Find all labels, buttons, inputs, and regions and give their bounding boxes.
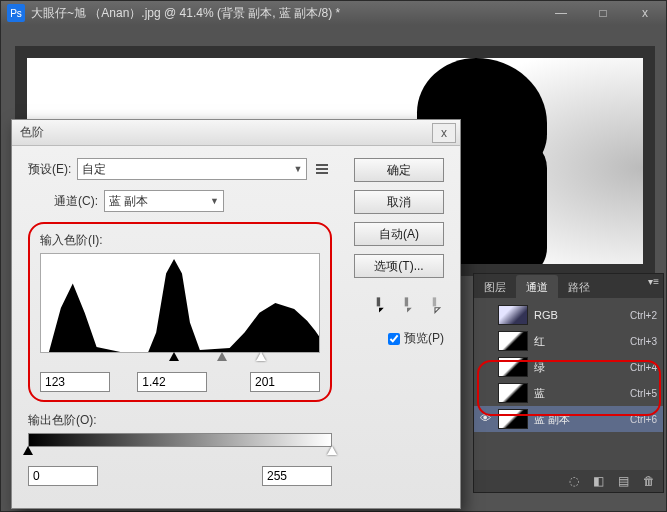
input-sliders[interactable] [40,352,320,366]
tab-channels[interactable]: 通道 [516,275,558,298]
levels-titlebar[interactable]: 色阶 x [12,120,460,146]
channels-panel: 图层 通道 路径 ▾≡ RGBCtrl+2红Ctrl+3绿Ctrl+4蓝Ctrl… [473,273,664,493]
app-titlebar[interactable]: Ps 大眼仔~旭 （Anan）.jpg @ 41.4% (背景 副本, 蓝 副本… [1,1,666,25]
channel-value: 蓝 副本 [109,193,148,210]
white-point-slider[interactable] [256,352,266,361]
visibility-eye-icon[interactable] [480,386,494,400]
minimize-button[interactable]: — [540,2,582,24]
channel-thumbnail [498,357,528,377]
tab-paths[interactable]: 路径 [558,275,600,298]
white-eyedropper-icon[interactable] [422,290,447,315]
ok-button[interactable]: 确定 [354,158,444,182]
chevron-down-icon: ▼ [210,196,219,206]
black-point-slider[interactable] [169,352,179,361]
histogram[interactable] [40,253,320,353]
svg-rect-4 [405,297,408,306]
output-white-slider[interactable] [327,446,337,455]
output-black-field[interactable] [28,466,98,486]
channel-name: 绿 [534,360,630,375]
preview-checkbox[interactable] [388,333,400,345]
channel-list: RGBCtrl+2红Ctrl+3绿Ctrl+4蓝Ctrl+5👁蓝 副本Ctrl+… [474,298,663,436]
output-sliders[interactable] [28,446,332,460]
channel-name: 蓝 [534,386,630,401]
channel-row[interactable]: 红Ctrl+3 [474,328,663,354]
channel-name: 蓝 副本 [534,412,630,427]
black-eyedropper-icon[interactable] [366,290,391,315]
channel-thumbnail [498,331,528,351]
document-title: 大眼仔~旭 （Anan）.jpg @ 41.4% (背景 副本, 蓝 副本/8)… [31,5,540,22]
channel-thumbnail [498,383,528,403]
output-black-slider[interactable] [23,446,33,455]
preset-menu-icon[interactable] [313,160,331,178]
output-levels-label: 输出色阶(O): [28,412,332,429]
svg-rect-5 [433,297,436,306]
levels-close-button[interactable]: x [432,123,456,143]
visibility-eye-icon[interactable] [480,308,494,322]
panel-menu-icon[interactable]: ▾≡ [648,276,659,287]
visibility-eye-icon[interactable]: 👁 [480,412,494,426]
tab-layers[interactable]: 图层 [474,275,516,298]
channel-shortcut: Ctrl+6 [630,414,657,425]
chevron-down-icon: ▼ [293,164,302,174]
svg-rect-1 [316,168,328,170]
channel-shortcut: Ctrl+4 [630,362,657,373]
channel-label: 通道(C): [54,193,98,210]
preset-value: 自定 [82,161,106,178]
channel-thumbnail [498,305,528,325]
load-selection-icon[interactable]: ◌ [569,474,579,488]
levels-title: 色阶 [16,124,432,141]
channel-select[interactable]: 蓝 副本 ▼ [104,190,224,212]
maximize-button[interactable]: □ [582,2,624,24]
save-selection-icon[interactable]: ◧ [593,474,604,488]
options-button[interactable]: 选项(T)... [354,254,444,278]
preset-select[interactable]: 自定 ▼ [77,158,307,180]
channel-row[interactable]: RGBCtrl+2 [474,302,663,328]
output-gradient[interactable] [28,433,332,447]
input-white-field[interactable] [250,372,320,392]
channel-name: 红 [534,334,630,349]
svg-rect-2 [316,172,328,174]
visibility-eye-icon[interactable] [480,334,494,348]
preview-label: 预览(P) [404,330,444,347]
channel-row[interactable]: 👁蓝 副本Ctrl+6 [474,406,663,432]
new-channel-icon[interactable]: ▤ [618,474,629,488]
output-levels-block: 输出色阶(O): [28,412,332,486]
channel-shortcut: Ctrl+2 [630,310,657,321]
channel-row[interactable]: 蓝Ctrl+5 [474,380,663,406]
channel-thumbnail [498,409,528,429]
channel-row[interactable]: 绿Ctrl+4 [474,354,663,380]
channels-footer: ◌ ◧ ▤ 🗑 [474,470,663,492]
gray-eyedropper-icon[interactable] [394,290,419,315]
app-window: Ps 大眼仔~旭 （Anan）.jpg @ 41.4% (背景 副本, 蓝 副本… [0,0,667,512]
panel-tabs: 图层 通道 路径 ▾≡ [474,274,663,298]
output-white-field[interactable] [262,466,332,486]
input-black-field[interactable] [40,372,110,392]
svg-rect-3 [377,297,380,306]
delete-channel-icon[interactable]: 🗑 [643,474,655,488]
channel-shortcut: Ctrl+3 [630,336,657,347]
input-gamma-field[interactable] [137,372,207,392]
svg-rect-0 [316,164,328,166]
levels-dialog: 色阶 x 预设(E): 自定 ▼ 通道(C): 蓝 副本 ▼ [11,119,461,509]
channel-name: RGB [534,309,630,321]
visibility-eye-icon[interactable] [480,360,494,374]
channel-shortcut: Ctrl+5 [630,388,657,399]
midtone-slider[interactable] [217,352,227,361]
input-levels-label: 输入色阶(I): [40,232,320,249]
photoshop-app-icon: Ps [7,4,25,22]
preset-label: 预设(E): [28,161,71,178]
auto-button[interactable]: 自动(A) [354,222,444,246]
cancel-button[interactable]: 取消 [354,190,444,214]
close-button[interactable]: x [624,2,666,24]
input-levels-frame: 输入色阶(I): [28,222,332,402]
